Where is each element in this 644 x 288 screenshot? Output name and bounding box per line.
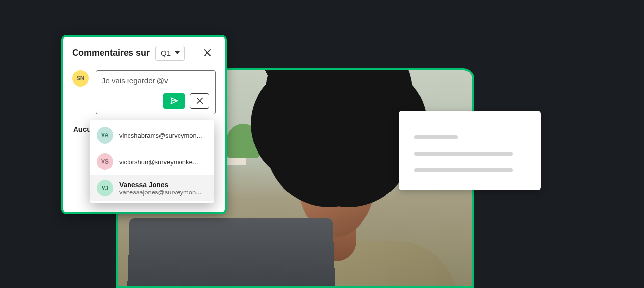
mention-initials: VA	[101, 132, 109, 139]
mention-initials: VS	[101, 158, 109, 165]
mention-email: victorshun@surveymonke...	[119, 158, 198, 166]
mention-avatar: VS	[97, 153, 113, 170]
close-button[interactable]	[199, 45, 216, 61]
close-icon	[204, 49, 211, 57]
person-hair	[265, 68, 412, 168]
author-avatar: SN	[72, 70, 89, 87]
mention-name-label: Vanessa Jones	[119, 181, 201, 189]
skeleton-card	[399, 111, 541, 190]
cancel-compose-button[interactable]	[190, 93, 209, 109]
mention-item[interactable]: VS victorshun@surveymonke...	[90, 148, 214, 175]
question-selector[interactable]: Q1	[155, 46, 185, 61]
mention-text: Vanessa Jones vanessajones@surveymon...	[119, 181, 201, 196]
send-button[interactable]	[163, 93, 185, 109]
skeleton-line	[414, 168, 513, 172]
compose-box[interactable]: Je vais regarder @v	[96, 70, 216, 114]
compose-text[interactable]: Je vais regarder @v	[102, 76, 209, 86]
plant	[226, 124, 260, 158]
mention-text: vineshabrams@surveymon...	[119, 132, 202, 139]
send-icon	[170, 96, 179, 105]
mention-avatar: VA	[97, 127, 113, 144]
mention-avatar: VJ	[97, 180, 113, 196]
close-icon	[196, 97, 203, 104]
panel-header: Commentaires sur Q1	[63, 37, 225, 66]
question-selector-label: Q1	[161, 49, 171, 57]
compose-row: SN Je vais regarder @v	[63, 66, 225, 114]
mention-text: victorshun@surveymonke...	[119, 158, 198, 166]
panel-title: Commentaires sur	[72, 48, 150, 58]
mention-email: vineshabrams@surveymon...	[119, 132, 202, 139]
skeleton-line	[414, 135, 458, 139]
laptop	[127, 218, 336, 288]
mention-item[interactable]: VA vineshabrams@surveymon...	[90, 122, 214, 148]
skeleton-line	[414, 152, 513, 156]
mention-email: vanessajones@surveymon...	[119, 189, 201, 196]
chevron-down-icon	[175, 51, 180, 54]
compose-actions	[102, 93, 209, 109]
mention-dropdown: VA vineshabrams@surveymon... VS victorsh…	[90, 120, 214, 203]
mention-item[interactable]: VJ Vanessa Jones vanessajones@surveymon.…	[90, 175, 214, 201]
author-initials: SN	[77, 75, 85, 82]
mention-initials: VJ	[102, 185, 109, 192]
